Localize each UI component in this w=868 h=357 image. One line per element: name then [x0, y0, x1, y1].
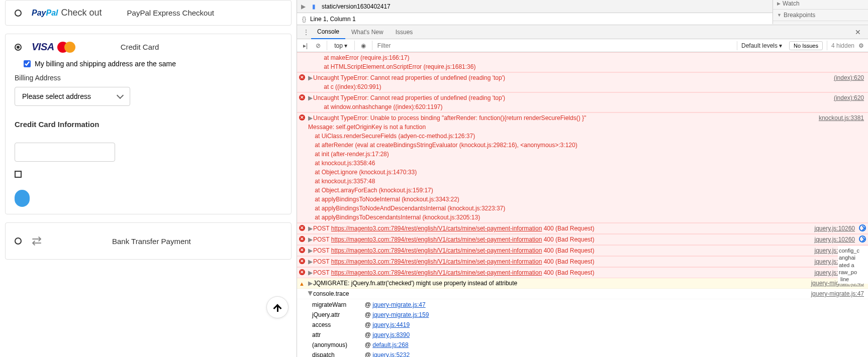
tab-issues[interactable]: Issues: [390, 26, 419, 39]
log-error: ✕ ▶Uncaught TypeError: Unable to process…: [297, 112, 868, 223]
drawer-menu-icon[interactable]: ⋮: [301, 28, 311, 37]
trace-fn: migrateWarn: [309, 300, 361, 309]
trace-link[interactable]: jquery-migrate.js:159: [372, 311, 429, 318]
expand-icon[interactable]: ▶: [308, 279, 313, 288]
sidebar-toggle-icon[interactable]: ▸|: [301, 41, 310, 50]
debugger-sidebar: ▶Watch ▼Breakpoints: [773, 0, 868, 24]
trace-fn: jQuery.attr: [309, 310, 361, 319]
trace-link[interactable]: jquery-migrate.js:47: [372, 301, 425, 308]
creditcard-label: Credit Card: [121, 43, 159, 51]
cc-info-title: Credit Card Information: [15, 120, 282, 129]
log-error: ✕ ▶Uncaught TypeError: Cannot read prope…: [297, 72, 868, 92]
close-drawer-icon[interactable]: ✕: [852, 28, 864, 36]
trace-link[interactable]: default.js:268: [372, 341, 408, 348]
expand-icon[interactable]: ▶: [308, 73, 313, 82]
trace-link[interactable]: jquery.js:8390: [372, 331, 410, 338]
expand-icon[interactable]: ▶: [308, 113, 313, 123]
select-placeholder: Please select address: [22, 92, 91, 100]
bank-label: Bank Transfer Payment: [112, 237, 191, 246]
same-address-checkbox[interactable]: [24, 60, 31, 67]
log-network-error: ✕▶POST https://magento3.com:7894/rest/en…: [297, 245, 868, 256]
tab-console[interactable]: Console: [311, 25, 345, 39]
paypal-label: PayPal Express Checkout: [127, 9, 214, 17]
xhr-icon[interactable]: [859, 224, 866, 231]
console-toolbar: ▸| ⊘ top ▾ ◉ Default levels ▾ No Issues …: [297, 39, 868, 52]
cursor-position: Line 1, Column 1: [310, 16, 356, 23]
scroll-top-button[interactable]: [266, 296, 288, 318]
paypal-checkout-text: Check out: [61, 8, 102, 18]
radio-creditcard[interactable]: [15, 44, 22, 51]
code-peek: config_c anghai ated a raw_po line: [838, 246, 868, 284]
trace-fn: access: [309, 320, 361, 329]
tree-item-label[interactable]: static/version1630402417: [322, 3, 391, 10]
cc-checkbox[interactable]: [15, 171, 22, 178]
error-icon: ✕: [299, 74, 305, 80]
paypal-logo: PayPal: [32, 9, 58, 18]
tab-whatsnew[interactable]: What's New: [345, 26, 390, 39]
trace-fn: (anonymous): [309, 340, 361, 349]
source-link[interactable]: jquery-migrate.js:47: [805, 289, 864, 298]
radio-bank[interactable]: [15, 237, 22, 245]
cc-input-field[interactable]: [15, 143, 115, 162]
error-icon: ✕: [299, 225, 305, 231]
no-issues-pill[interactable]: No Issues: [789, 41, 823, 50]
console-output[interactable]: at makeError (require.js:166:17) at HTML…: [297, 52, 868, 357]
hidden-count[interactable]: 4 hidden: [831, 42, 854, 49]
clear-console-icon[interactable]: ⊘: [314, 41, 323, 50]
expand-icon[interactable]: ▶: [308, 268, 313, 277]
trace-link[interactable]: jquery.js:4419: [372, 321, 410, 328]
log-error: ✕ ▶Uncaught TypeError: Cannot read prope…: [297, 92, 868, 112]
source-link[interactable]: jquery.js:10260: [809, 224, 864, 233]
log-levels-select[interactable]: Default levels ▾: [737, 41, 785, 50]
collapse-icon[interactable]: ▶: [306, 291, 315, 296]
source-link[interactable]: (index):620: [828, 73, 864, 91]
source-link[interactable]: jquery.js:10260: [809, 235, 864, 244]
error-icon: ✕: [299, 94, 305, 100]
trace-link[interactable]: jquery.js:5232: [372, 351, 410, 357]
error-icon: ✕: [299, 258, 305, 264]
trace-table: migrateWarn@ jquery-migrate.js:47jQuery.…: [297, 299, 868, 357]
payment-option-creditcard[interactable]: VISA Credit Card My billing and shipping…: [5, 34, 292, 214]
source-link[interactable]: (index):620: [828, 93, 864, 111]
radio-paypal[interactable]: [15, 10, 22, 17]
billing-address-label: Billing Address: [15, 74, 282, 82]
submit-button[interactable]: [15, 190, 30, 207]
folder-icon: ▮: [312, 3, 316, 10]
payment-option-bank[interactable]: ⇄ Bank Transfer Payment: [5, 222, 292, 260]
breakpoints-section[interactable]: ▼Breakpoints: [773, 10, 868, 21]
billing-address-select[interactable]: Please select address: [15, 87, 130, 106]
log-network-error: ✕▶POST https://magento3.com:7894/rest/en…: [297, 223, 868, 234]
payment-option-paypal[interactable]: PayPal Check out PayPal Express Checkout: [5, 0, 292, 26]
source-link[interactable]: knockout.js:3381: [813, 113, 864, 222]
tree-expand-icon[interactable]: ▶: [301, 3, 306, 10]
chevron-down-icon: [117, 92, 124, 99]
error-icon: ✕: [299, 269, 305, 275]
log-stack: at makeError (require.js:166:17) at HTML…: [297, 52, 868, 72]
error-icon: ✕: [299, 236, 305, 242]
context-selector[interactable]: top ▾: [331, 41, 350, 50]
console-filter-input[interactable]: [376, 41, 733, 50]
drawer-tabs: ⋮ Console What's New Issues ✕: [297, 25, 868, 39]
expand-icon[interactable]: ▶: [308, 224, 313, 233]
same-address-label: My billing and shipping address are the …: [35, 60, 176, 68]
console-settings-icon[interactable]: ⚙: [858, 42, 864, 49]
trace-fn: attr: [309, 330, 361, 339]
log-network-error: ✕▶POST https://magento3.com:7894/rest/en…: [297, 234, 868, 245]
expand-icon[interactable]: ▶: [308, 93, 313, 102]
log-network-error: ✕▶POST https://magento3.com:7894/rest/en…: [297, 267, 868, 278]
watch-section[interactable]: ▶Watch: [773, 0, 868, 10]
log-network-error: ✕▶POST https://magento3.com:7894/rest/en…: [297, 256, 868, 267]
mastercard-logo: [57, 42, 75, 53]
expand-icon[interactable]: ▶: [308, 246, 313, 255]
log-trace: ▶console.trace jquery-migrate.js:47: [297, 289, 868, 299]
warning-icon: ▲: [299, 280, 305, 288]
live-expression-icon[interactable]: ◉: [359, 41, 368, 50]
expand-icon[interactable]: ▶: [308, 235, 313, 244]
braces-icon[interactable]: {}: [302, 16, 306, 23]
xhr-icon[interactable]: [859, 235, 866, 243]
sources-tree-bar: ▶ ▮ static/version1630402417 ▶Watch ▼Bre…: [297, 0, 868, 13]
expand-icon[interactable]: ▶: [308, 257, 313, 266]
transfer-icon: ⇄: [32, 234, 42, 248]
error-icon: ✕: [299, 247, 305, 253]
devtools-panel: ▶ ▮ static/version1630402417 ▶Watch ▼Bre…: [297, 0, 868, 357]
